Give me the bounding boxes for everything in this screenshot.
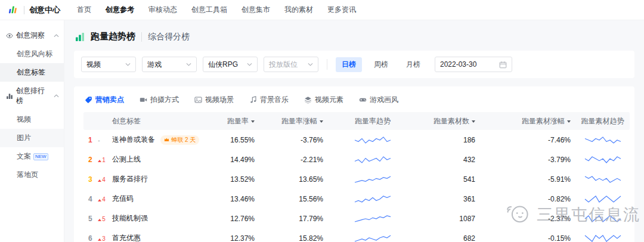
category-tab-label: 视频场景 xyxy=(205,95,234,105)
nav-item-creative-market[interactable]: 创意集市 xyxy=(242,5,270,15)
rank-change: 4 xyxy=(98,196,106,203)
filter-select-placement[interactable]: 投放版位 xyxy=(264,57,318,72)
category-tab-video-scene[interactable]: 视频场景 xyxy=(194,95,234,105)
sort-desc-icon[interactable] xyxy=(472,120,475,123)
category-tab-shooting-method[interactable]: 拍摄方式 xyxy=(140,95,179,105)
sidebar-item-creative-tags[interactable]: 创意标签 xyxy=(0,63,64,82)
brand-divider xyxy=(24,6,24,14)
filter-select-category[interactable]: 仙侠RPG xyxy=(203,57,258,72)
rate-change-cell: -3.76% xyxy=(259,130,328,150)
rank-cell: 6 3 xyxy=(83,228,107,242)
tag-name[interactable]: 首充优惠 xyxy=(112,234,141,242)
sort-desc-icon[interactable] xyxy=(567,120,571,123)
rate-trend-cell xyxy=(328,209,417,228)
category-tab-selling-points[interactable]: 营销卖点 xyxy=(85,95,124,105)
new-badge: NEW xyxy=(33,153,48,160)
period-tab-weekly[interactable]: 周榜 xyxy=(368,57,394,72)
rank-cell: 3 4 xyxy=(83,169,107,189)
up-arrow-icon xyxy=(98,219,101,221)
nav-item-home[interactable]: 首页 xyxy=(77,5,91,15)
tag-name[interactable]: 充值码 xyxy=(112,194,134,203)
sidebar-item-label: 视频 xyxy=(17,114,31,125)
filter-select-industry[interactable]: 游戏 xyxy=(142,57,197,72)
tag-name[interactable]: 技能机制强 xyxy=(112,214,148,222)
chevron-down-icon xyxy=(186,63,191,66)
nav-item-review-updates[interactable]: 审核动态 xyxy=(148,5,177,15)
date-value: 2022-03-30 xyxy=(440,60,476,69)
rank-number: 3 xyxy=(88,175,93,184)
sidebar-item-video[interactable]: 视频 xyxy=(0,110,64,129)
col-header-rate[interactable]: 跑量率 xyxy=(212,112,259,130)
sidebar-section-header-creative-ranking[interactable]: 创意排行榜 xyxy=(0,82,64,110)
sparkline-chart xyxy=(584,156,621,164)
sidebar-item-creative-windvane[interactable]: 创意风向标 xyxy=(0,45,64,63)
material-trend-cell xyxy=(575,169,630,189)
nav-item-creative-reference[interactable]: 创意参考 xyxy=(106,5,134,15)
table-row[interactable]: 6 3 首充优惠 12.37% 15.82% 682 -0.15% xyxy=(83,228,630,242)
top-navbar: 创意中心 首页创意参考审核动态创意工具箱创意集市我的素材更多资讯 xyxy=(0,0,644,20)
date-picker[interactable]: 2022-03-30 xyxy=(435,57,512,72)
col-header-rate-change[interactable]: 跑量率涨幅 xyxy=(259,112,328,130)
category-tab-game-art-style[interactable]: 游戏画风 xyxy=(359,95,398,105)
table-row[interactable]: 5 5 技能机制强 12.76% 17.79% 1087 -2.37% xyxy=(83,209,630,228)
sparkline-chart xyxy=(354,195,391,203)
tag-name[interactable]: 服务器排行 xyxy=(112,175,148,183)
table-row[interactable]: 4 4 充值码 13.46% 15.56% 361 -0.82% xyxy=(83,189,630,209)
insight-eye-icon xyxy=(6,32,13,39)
nav-item-more-info[interactable]: 更多资讯 xyxy=(327,5,356,15)
rank-number: 2 xyxy=(88,156,93,164)
table-row[interactable]: 3 4 服务器排行 13.52% 13.65% 541 -5.91% xyxy=(83,169,630,189)
table-row[interactable]: 1 - 送神兽或装备 蝉联 2 天 16.55% -3.76% 186 -7.4… xyxy=(83,130,630,150)
filter-select-media-type[interactable]: 视频 xyxy=(81,57,136,72)
sidebar-item-image[interactable]: 图片 xyxy=(0,129,64,147)
select-value: 仙侠RPG xyxy=(208,60,238,70)
rank-cell: 2 1 xyxy=(83,150,107,169)
table-header-row: 创意标签 跑量率 跑量率涨幅 跑量率趋势 跑量素材数 跑量素材涨幅 跑量素材趋势 xyxy=(83,112,630,130)
table-row[interactable]: 2 1 公测上线 14.49% -2.21% 432 -3.79% xyxy=(83,150,630,169)
chevron-up-icon[interactable] xyxy=(54,34,59,38)
material-trend-cell xyxy=(575,130,630,150)
sort-desc-icon[interactable] xyxy=(320,120,323,123)
sidebar-section-header-creative-insight[interactable]: 创意洞察 xyxy=(0,26,64,45)
category-tab-video-elements[interactable]: 视频元素 xyxy=(304,95,343,105)
rate-change-cell: 15.56% xyxy=(259,189,328,209)
tag-name[interactable]: 公测上线 xyxy=(112,155,141,163)
page-tab-overall-score-rank[interactable]: 综合得分榜 xyxy=(148,32,190,42)
main-content: 跑量趋势榜综合得分榜 视频 游戏 仙侠RPG 投放版位 日榜周榜月榜 2022-… xyxy=(64,20,644,242)
tag-name[interactable]: 送神兽或装备 xyxy=(112,135,155,144)
rank-cell: 4 4 xyxy=(83,189,107,209)
filter-bar: 视频 游戏 仙侠RPG 投放版位 日榜周榜月榜 2022-03-30 xyxy=(74,51,634,78)
category-tab-bgm[interactable]: 背景音乐 xyxy=(249,95,289,105)
sort-desc-icon[interactable] xyxy=(251,120,255,123)
page-tab-volume-trend-rank[interactable]: 跑量趋势榜 xyxy=(91,31,135,42)
sparkline-chart xyxy=(584,195,621,203)
period-tab-daily[interactable]: 日榜 xyxy=(336,57,362,72)
nav-item-creative-toolbox[interactable]: 创意工具箱 xyxy=(191,5,227,15)
camera-icon xyxy=(140,96,147,104)
col-header-material-change[interactable]: 跑量素材涨幅 xyxy=(480,112,575,130)
brand-logo-icon[interactable] xyxy=(8,4,19,16)
run-rate-cell: 16.55% xyxy=(212,130,259,150)
chevron-up-icon[interactable] xyxy=(54,94,59,98)
period-tab-monthly[interactable]: 月榜 xyxy=(400,57,426,72)
tag-cell: 公测上线 xyxy=(107,150,212,169)
sidebar-item-copywriting[interactable]: 文案 NEW xyxy=(0,147,64,166)
rank-change: 3 xyxy=(98,235,106,242)
up-arrow-icon xyxy=(98,199,101,201)
crown-icon xyxy=(164,136,169,143)
sparkline-chart xyxy=(584,215,621,223)
col-label: 跑量率 xyxy=(227,117,249,125)
category-tab-label: 视频元素 xyxy=(315,95,343,105)
select-value: 游戏 xyxy=(147,60,162,70)
material-change-cell: -0.15% xyxy=(480,228,575,242)
sidebar-item-landing-page[interactable]: 落地页 xyxy=(0,166,64,184)
scene-icon xyxy=(194,96,202,104)
rate-change-cell: -2.21% xyxy=(259,150,328,169)
material-change-cell: -7.46% xyxy=(480,130,575,150)
sparkline-chart xyxy=(584,136,621,144)
col-header-materials[interactable]: 跑量素材数 xyxy=(417,112,480,130)
rate-trend-cell xyxy=(328,189,417,209)
sidebar-item-label: 创意标签 xyxy=(17,67,45,77)
col-label: 跑量素材趋势 xyxy=(581,117,624,125)
nav-item-my-assets[interactable]: 我的素材 xyxy=(284,5,313,15)
